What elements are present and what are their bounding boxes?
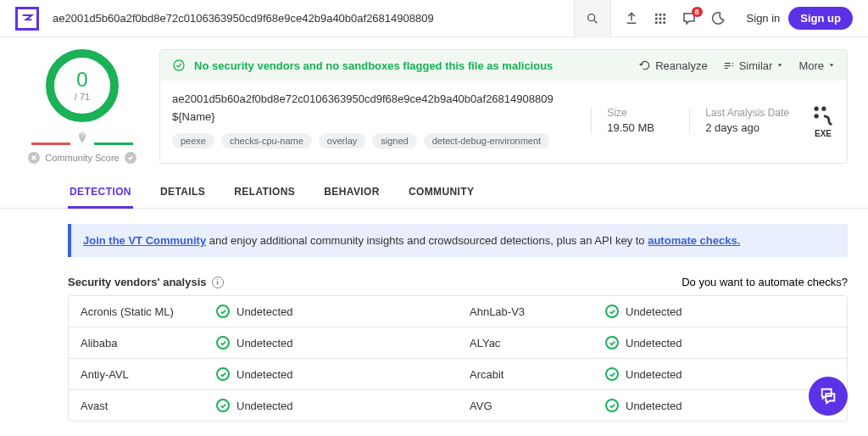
meter-pin-icon: ? bbox=[75, 131, 89, 146]
svg-rect-3 bbox=[659, 14, 661, 16]
notification-badge: 8 bbox=[692, 7, 703, 17]
svg-text:?: ? bbox=[81, 132, 84, 138]
upload-icon[interactable] bbox=[623, 10, 640, 27]
check-icon bbox=[216, 399, 230, 412]
svg-rect-8 bbox=[655, 21, 658, 24]
exe-icon bbox=[811, 103, 835, 127]
check-icon bbox=[216, 336, 230, 349]
tabs: DETECTIONDETAILSRELATIONSBEHAVIORCOMMUNI… bbox=[0, 172, 868, 209]
vendor-status: Undetected bbox=[593, 359, 847, 389]
file-type-badge: EXE bbox=[811, 103, 835, 138]
join-community-link[interactable]: Join the VT Community bbox=[83, 234, 206, 247]
similar-button[interactable]: Similar bbox=[723, 59, 784, 72]
check-circle-icon bbox=[172, 59, 186, 72]
svg-rect-5 bbox=[655, 17, 658, 20]
vendor-name: Antiy-AVL bbox=[69, 359, 204, 389]
check-icon bbox=[216, 367, 230, 381]
grid-icon[interactable] bbox=[652, 10, 669, 27]
tag[interactable]: overlay bbox=[319, 133, 365, 148]
svg-rect-7 bbox=[663, 17, 665, 20]
svg-line-1 bbox=[594, 20, 597, 23]
tab-relations[interactable]: RELATIONS bbox=[232, 177, 297, 208]
vendor-name: Avast bbox=[69, 390, 204, 421]
score-value: 0 bbox=[76, 70, 87, 90]
tag[interactable]: detect-debug-environment bbox=[424, 133, 549, 148]
vendor-name: Alibaba bbox=[69, 327, 204, 358]
chat-icon[interactable]: 8 bbox=[681, 10, 698, 27]
promo-banner: Join the VT Community and enjoy addition… bbox=[68, 224, 848, 257]
check-icon bbox=[605, 336, 619, 349]
svg-rect-6 bbox=[659, 17, 661, 20]
svg-point-13 bbox=[815, 106, 819, 110]
search-button[interactable] bbox=[574, 0, 611, 37]
svg-point-14 bbox=[821, 106, 826, 110]
community-score-label: Community Score bbox=[45, 153, 119, 163]
vendors-title: Security vendors' analysis i bbox=[68, 276, 224, 288]
vendor-name: AhnLab-V3 bbox=[458, 296, 593, 327]
x-icon bbox=[28, 152, 40, 164]
tag[interactable]: peexe bbox=[172, 133, 214, 148]
vendor-row: AvastUndetectedAVGUndetected bbox=[69, 389, 847, 421]
sign-in-link[interactable]: Sign in bbox=[747, 12, 781, 25]
tag[interactable]: signed bbox=[372, 133, 416, 148]
svg-rect-4 bbox=[663, 14, 665, 16]
check-icon bbox=[605, 305, 619, 318]
tab-detection[interactable]: DETECTION bbox=[68, 177, 133, 209]
theme-icon[interactable] bbox=[709, 10, 726, 27]
vendor-status: Undetected bbox=[593, 296, 847, 327]
check-icon bbox=[605, 399, 619, 412]
toolbar-icons: 8 bbox=[611, 10, 738, 27]
score-denominator: / 71 bbox=[75, 92, 90, 102]
check-icon bbox=[605, 367, 619, 381]
vendor-status: Undetected bbox=[204, 296, 458, 327]
chat-fab[interactable] bbox=[809, 377, 848, 416]
status-banner: No security vendors and no sandboxes fla… bbox=[160, 50, 847, 81]
date-meta: Last Analysis Date 2 days ago bbox=[689, 107, 789, 134]
banner-text: No security vendors and no sandboxes fla… bbox=[194, 59, 553, 72]
community-meter: ? bbox=[31, 143, 133, 145]
info-icon[interactable]: i bbox=[212, 277, 224, 288]
file-hash: ae2001d5b60a2f0bd8e72c0106363950cd9f68e9… bbox=[172, 92, 579, 105]
vendor-name: Arcabit bbox=[458, 359, 593, 389]
score-ring: 0 / 71 bbox=[46, 49, 119, 122]
top-bar: 8 Sign in Sign up bbox=[0, 0, 868, 37]
vendor-row: Antiy-AVLUndetectedArcabitUndetected bbox=[69, 358, 847, 389]
vendor-name: AVG bbox=[458, 390, 593, 421]
tag[interactable]: checks-cpu-name bbox=[221, 133, 312, 148]
svg-rect-2 bbox=[655, 14, 658, 16]
tab-behavior[interactable]: BEHAVIOR bbox=[322, 177, 381, 208]
svg-rect-10 bbox=[663, 21, 665, 24]
tab-community[interactable]: COMMUNITY bbox=[407, 177, 476, 208]
info-card: No security vendors and no sandboxes fla… bbox=[159, 49, 848, 164]
check-icon bbox=[216, 305, 230, 318]
automate-question[interactable]: Do you want to automate checks? bbox=[682, 276, 848, 288]
automate-checks-link[interactable]: automate checks. bbox=[648, 234, 740, 247]
more-button[interactable]: More bbox=[798, 59, 835, 72]
score-column: 0 / 71 ? Community Score bbox=[20, 49, 144, 164]
sign-up-button[interactable]: Sign up bbox=[788, 7, 853, 30]
logo[interactable] bbox=[15, 7, 39, 31]
tab-details[interactable]: DETAILS bbox=[159, 177, 207, 208]
search-input[interactable] bbox=[47, 6, 574, 31]
svg-point-15 bbox=[815, 114, 819, 118]
svg-rect-9 bbox=[659, 21, 661, 24]
vendor-row: AlibabaUndetectedALYacUndetected bbox=[69, 327, 847, 358]
vendor-status: Undetected bbox=[204, 390, 458, 421]
reanalyze-button[interactable]: Reanalyze bbox=[639, 59, 707, 72]
tag-list: peexechecks-cpu-nameoverlaysigneddetect-… bbox=[172, 133, 579, 148]
check-icon bbox=[125, 152, 136, 164]
vendor-status: Undetected bbox=[204, 359, 458, 389]
vendor-row: Acronis (Static ML)UndetectedAhnLab-V3Un… bbox=[69, 296, 847, 327]
svg-point-0 bbox=[587, 14, 594, 20]
vendor-name: Acronis (Static ML) bbox=[69, 296, 204, 327]
vendor-name: ALYac bbox=[458, 327, 593, 358]
vendors-table: Acronis (Static ML)UndetectedAhnLab-V3Un… bbox=[68, 295, 848, 422]
size-meta: Size 19.50 MB bbox=[591, 107, 667, 134]
vendor-status: Undetected bbox=[204, 327, 458, 358]
svg-point-12 bbox=[174, 60, 184, 70]
file-name: ${Name} bbox=[172, 110, 579, 123]
community-score-row: Community Score bbox=[28, 152, 136, 164]
vendor-status: Undetected bbox=[593, 327, 847, 358]
